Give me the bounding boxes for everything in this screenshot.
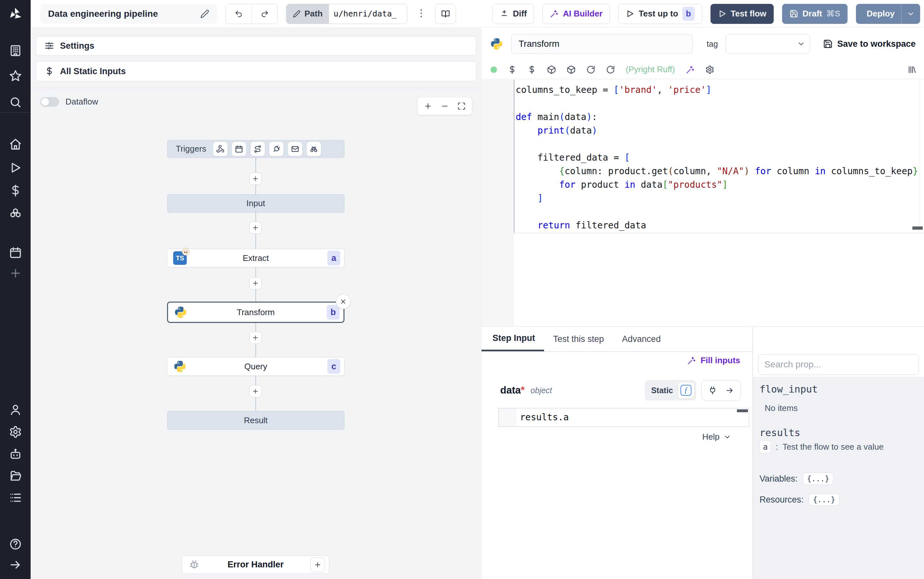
variables-dollar-icon[interactable]: [508, 65, 517, 74]
settings-gear-icon[interactable]: [9, 425, 22, 438]
redo-icon: [261, 10, 269, 18]
flow-title[interactable]: Data engineering pipeline: [40, 4, 217, 23]
javascript-expression-mode-button[interactable]: ƒ: [677, 382, 694, 399]
diff-button[interactable]: Diff: [493, 4, 534, 24]
triggers-node[interactable]: Triggers: [167, 140, 344, 158]
plug-icon[interactable]: [269, 142, 284, 156]
help-icon[interactable]: [9, 538, 22, 551]
extract-step-node[interactable]: TS Extract a: [167, 249, 344, 267]
home-icon[interactable]: [9, 138, 22, 150]
poll-icon[interactable]: [307, 142, 321, 156]
static-toggle[interactable]: Static ƒ: [645, 380, 696, 401]
resources-boxes-icon[interactable]: [9, 208, 22, 221]
expand-sidebar-arrow-icon[interactable]: [9, 558, 22, 571]
windmill-logo-icon[interactable]: [7, 6, 24, 23]
favorites-star-icon[interactable]: [9, 70, 22, 83]
docs-button[interactable]: [435, 4, 456, 24]
package-icon[interactable]: [547, 65, 556, 74]
insert-step-button[interactable]: [249, 222, 261, 234]
editor-settings-gear-icon[interactable]: [705, 65, 714, 74]
plus-icon: [252, 334, 259, 341]
variables-value-badge[interactable]: {...}: [803, 473, 833, 485]
path-input[interactable]: [329, 4, 407, 23]
insert-step-button[interactable]: [249, 332, 261, 344]
tab-test-this-step[interactable]: Test this step: [544, 327, 613, 351]
path-button[interactable]: Path: [286, 4, 329, 23]
help-dropdown[interactable]: Help: [702, 432, 731, 442]
draft-button[interactable]: Draft ⌘S: [782, 4, 847, 24]
schedule-icon[interactable]: [232, 142, 246, 156]
reload-icon[interactable]: [606, 65, 615, 74]
plug-icon[interactable]: [708, 386, 717, 395]
deploy-button[interactable]: Deploy: [856, 4, 901, 24]
fit-view-button[interactable]: [454, 99, 469, 113]
fill-inputs-button[interactable]: Fill inputs: [687, 355, 740, 365]
prop-search-input[interactable]: [758, 354, 919, 375]
add-error-handler-button[interactable]: [310, 558, 325, 572]
variables-dollar-icon[interactable]: [9, 184, 22, 197]
test-flow-button[interactable]: Test flow: [710, 4, 774, 24]
step-name-input[interactable]: [511, 34, 692, 54]
insert-step-button[interactable]: [249, 277, 261, 290]
plus-icon: [252, 388, 259, 395]
workspace-icon[interactable]: [9, 44, 22, 57]
results-section[interactable]: results: [759, 427, 800, 438]
resources-label: Resources:: [759, 495, 804, 505]
search-icon[interactable]: [9, 96, 22, 109]
plus-icon: [314, 561, 322, 569]
zoom-out-button[interactable]: [438, 99, 452, 113]
undo-button[interactable]: [226, 4, 251, 23]
query-step-node[interactable]: Query c: [167, 357, 344, 376]
code-horizontal-scrollbar-thumb[interactable]: [913, 226, 923, 230]
flow-settings-button[interactable]: Settings: [36, 36, 476, 56]
insert-step-button[interactable]: [249, 173, 261, 185]
resources-value-badge[interactable]: {...}: [809, 494, 839, 506]
expression-editor[interactable]: results.a: [498, 408, 749, 427]
result-key-badge[interactable]: a: [759, 440, 771, 453]
dataflow-toggle[interactable]: [40, 97, 59, 107]
ai-builder-button[interactable]: AI Builder: [542, 4, 610, 24]
error-handler-node[interactable]: Error Handler: [182, 556, 329, 574]
route-icon[interactable]: [251, 142, 265, 156]
result-item-row: a : Test the flow to see a value: [759, 440, 884, 453]
deploy-options-button[interactable]: [901, 4, 920, 24]
test-up-to-button[interactable]: Test up to b: [618, 4, 702, 24]
workers-bot-icon[interactable]: [9, 448, 22, 461]
package-icon[interactable]: [566, 65, 576, 74]
users-icon[interactable]: [9, 403, 22, 416]
input-node[interactable]: Input: [167, 194, 344, 213]
tag-select[interactable]: [726, 34, 810, 54]
delete-step-button[interactable]: [336, 294, 351, 309]
code-editor[interactable]: columns_to_keep = ['brand', 'price']def …: [516, 83, 919, 232]
webhook-icon[interactable]: [213, 142, 227, 156]
folders-icon[interactable]: [9, 469, 22, 482]
expression-value[interactable]: results.a: [517, 408, 749, 427]
tab-step-input[interactable]: Step Input: [482, 327, 544, 351]
schedules-calendar-icon[interactable]: [9, 246, 22, 259]
flow-input-section[interactable]: flow_input: [759, 384, 818, 395]
arrow-right-icon[interactable]: [725, 386, 734, 395]
ai-wand-icon[interactable]: [686, 65, 695, 74]
chevron-down-icon: [797, 40, 805, 48]
edit-title-pencil-icon[interactable]: [200, 9, 209, 18]
resources-dollar-icon[interactable]: [527, 65, 536, 74]
add-plus-icon[interactable]: [9, 267, 22, 280]
result-node[interactable]: Result: [167, 411, 344, 430]
more-menu-button[interactable]: [416, 8, 427, 20]
runs-play-icon[interactable]: [9, 161, 22, 174]
result-node-label: Result: [167, 415, 344, 425]
save-to-workspace-button[interactable]: Save to workspace: [823, 39, 916, 49]
tab-advanced[interactable]: Advanced: [613, 327, 670, 351]
all-static-inputs-button[interactable]: All Static Inputs: [36, 61, 476, 81]
code-vertical-scrollbar[interactable]: [919, 80, 920, 233]
transform-step-node-selected[interactable]: Transform b: [167, 302, 344, 323]
logs-list-icon[interactable]: [9, 491, 22, 504]
library-icon[interactable]: [907, 65, 916, 74]
insert-step-button[interactable]: [249, 385, 261, 397]
redo-button[interactable]: [251, 4, 278, 23]
email-icon[interactable]: [288, 142, 302, 156]
lint-assistants-label: (Pyright Ruff): [626, 64, 675, 75]
transform-node-label: Transform: [168, 307, 343, 317]
reload-icon[interactable]: [586, 65, 595, 74]
zoom-in-button[interactable]: [421, 99, 435, 113]
